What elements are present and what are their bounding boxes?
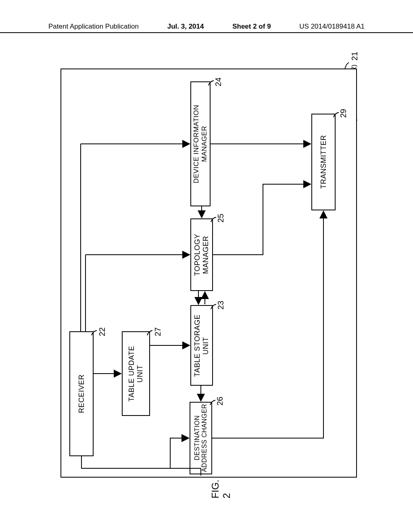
figure-caption: FIG. 2	[210, 480, 232, 499]
header-date: Jul. 3, 2014	[167, 23, 204, 31]
header-pubno: US 2014/0189418 A1	[299, 23, 365, 31]
header-sheet: Sheet 2 of 9	[232, 23, 271, 31]
header-left: Patent Application Publication	[48, 23, 139, 31]
page-header: Patent Application Publication Jul. 3, 2…	[0, 23, 413, 33]
ref-container: 21	[350, 52, 359, 60]
figure-area: 21 (SAS EXPANDER) RECEIVER 22 TABLE UPDA…	[48, 48, 367, 496]
arrows-layer	[61, 69, 358, 478]
sas-expander-box: RECEIVER 22 TABLE UPDATE UNIT 27 DEVICE …	[60, 69, 357, 478]
